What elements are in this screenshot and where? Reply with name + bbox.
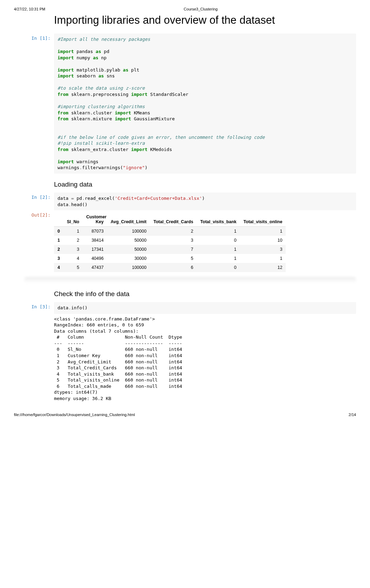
code-cell-3: In [3]: data.info() xyxy=(14,302,356,314)
output-cell-2: Out[2]: Sl_No Customer Key Avg_Credit_Li… xyxy=(14,210,356,273)
row-index: 2 xyxy=(54,245,63,254)
table-cell: 50000 xyxy=(107,245,150,254)
table-cell: 100000 xyxy=(107,263,150,272)
row-index: 3 xyxy=(54,254,63,263)
code-block: #Import all the necessary packages impor… xyxy=(54,33,356,174)
input-prompt: In [3]: xyxy=(14,302,54,314)
table-row: 45474371000006012 xyxy=(54,263,286,272)
print-date: 4/27/22, 10:31 PM xyxy=(14,7,45,11)
heading-check-info: Check the info of the data xyxy=(14,290,356,298)
row-index: 4 xyxy=(54,263,63,272)
table-cell: 4 xyxy=(63,254,83,263)
table-header: Sl_No xyxy=(63,212,83,227)
table-cell: 1 xyxy=(63,227,83,236)
table-row: 231734150000713 xyxy=(54,245,286,254)
table-header-row: Sl_No Customer Key Avg_Credit_Limit Tota… xyxy=(54,212,286,227)
table-header: Customer Key xyxy=(83,212,107,227)
table-cell: 17341 xyxy=(83,245,107,254)
table-header: Total_visits_online xyxy=(240,212,286,227)
input-prompt: In [2]: xyxy=(14,193,54,210)
code-block: data.info() xyxy=(54,302,356,314)
output-cell-3: <class 'pandas.core.frame.DataFrame'> Ra… xyxy=(14,314,356,404)
code-block: data = pd.read_excel('Credit+Card+Custom… xyxy=(54,193,356,210)
row-index: 1 xyxy=(54,236,63,245)
table-cell: 5 xyxy=(150,254,196,263)
table-header: Total_visits_bank xyxy=(197,212,240,227)
table-cell: 2 xyxy=(150,227,196,236)
table-cell: 100000 xyxy=(107,227,150,236)
print-header: 4/27/22, 10:31 PM Course3_Clustering xyxy=(14,7,356,11)
table-cell: 1 xyxy=(197,254,240,263)
table-row: 344049630000511 xyxy=(54,254,286,263)
table-cell: 3 xyxy=(63,245,83,254)
table-cell: 1 xyxy=(197,227,240,236)
output-prompt: Out[2]: xyxy=(14,210,54,273)
heading-loading-data: Loading data xyxy=(14,181,356,188)
input-prompt: In [1]: xyxy=(14,33,54,174)
table-cell: 1 xyxy=(197,245,240,254)
table-cell: 1 xyxy=(240,227,286,236)
print-path: file:///home/fgarcor/Downloads/Unsupervi… xyxy=(14,413,135,417)
table-cell: 1 xyxy=(240,254,286,263)
table-cell: 5 xyxy=(63,263,83,272)
table-cell: 50000 xyxy=(107,236,150,245)
table-header: Avg_Credit_Limit xyxy=(107,212,150,227)
table-cell: 0 xyxy=(197,236,240,245)
preview-blur xyxy=(24,277,356,283)
table-cell: 3 xyxy=(150,236,196,245)
table-cell: 2 xyxy=(63,236,83,245)
table-cell: 7 xyxy=(150,245,196,254)
table-row: 1238414500003010 xyxy=(54,236,286,245)
table-cell: 47437 xyxy=(83,263,107,272)
print-footer: file:///home/fgarcor/Downloads/Unsupervi… xyxy=(14,413,356,417)
table-row: 0187073100000211 xyxy=(54,227,286,236)
table-header: Total_Credit_Cards xyxy=(150,212,196,227)
page-number: 2/14 xyxy=(349,413,356,417)
table-cell: 0 xyxy=(197,263,240,272)
code-cell-2: In [2]: data = pd.read_excel('Credit+Car… xyxy=(14,193,356,210)
table-cell: 38414 xyxy=(83,236,107,245)
table-cell: 40496 xyxy=(83,254,107,263)
info-output: <class 'pandas.core.frame.DataFrame'> Ra… xyxy=(54,314,356,404)
table-cell: 6 xyxy=(150,263,196,272)
table-cell: 87073 xyxy=(83,227,107,236)
table-cell: 3 xyxy=(240,245,286,254)
table-cell: 12 xyxy=(240,263,286,272)
table-header xyxy=(54,212,63,227)
code-cell-1: In [1]: #Import all the necessary packag… xyxy=(14,33,356,174)
output-prompt-empty xyxy=(14,314,54,404)
table-cell: 10 xyxy=(240,236,286,245)
table-cell: 30000 xyxy=(107,254,150,263)
row-index: 0 xyxy=(54,227,63,236)
print-title: Course3_Clustering xyxy=(184,7,217,11)
dataframe-table: Sl_No Customer Key Avg_Credit_Limit Tota… xyxy=(54,212,286,272)
page-title: Importing libraries and overview of the … xyxy=(14,14,356,27)
